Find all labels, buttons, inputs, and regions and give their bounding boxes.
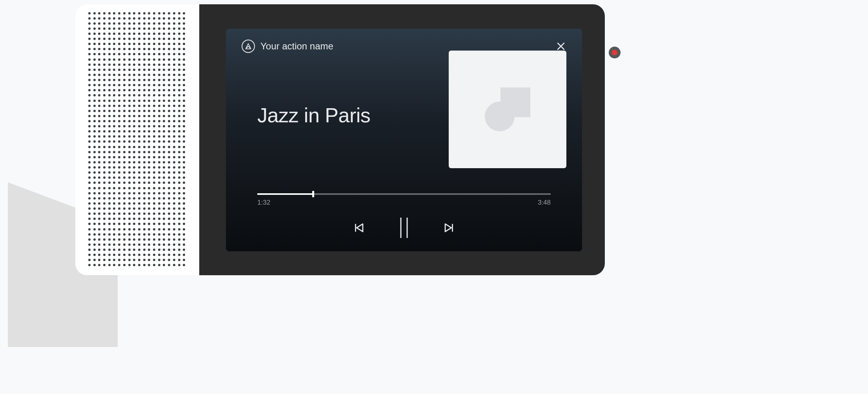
playback-controls xyxy=(242,217,566,239)
seek-fill xyxy=(257,193,313,195)
device-screen: Your action name Jazz in Paris xyxy=(199,4,605,275)
speaker-panel xyxy=(75,4,199,275)
track-title: Jazz in Paris xyxy=(257,103,370,127)
time-row: 1:32 3:48 xyxy=(257,199,551,207)
skip-next-icon xyxy=(442,221,456,234)
app-logo-icon xyxy=(242,40,255,53)
elapsed-time: 1:32 xyxy=(257,199,270,207)
media-player-card: Your action name Jazz in Paris xyxy=(226,29,582,251)
smart-display-device: Your action name Jazz in Paris xyxy=(75,4,605,275)
logo-glyph-icon xyxy=(244,42,252,50)
seek-thumb[interactable] xyxy=(312,191,314,197)
pause-icon xyxy=(396,217,412,239)
progress-section: 1:32 3:48 xyxy=(242,193,566,207)
pause-button[interactable] xyxy=(396,217,412,239)
media-content: Jazz in Paris xyxy=(242,45,566,185)
album-art-placeholder xyxy=(449,51,566,168)
record-indicator-icon xyxy=(612,50,617,55)
next-button[interactable] xyxy=(442,221,456,234)
duration-time: 3:48 xyxy=(538,199,551,207)
previous-button[interactable] xyxy=(352,221,366,234)
skip-previous-icon xyxy=(352,221,366,234)
seek-bar[interactable] xyxy=(257,193,551,195)
image-placeholder-icon xyxy=(485,87,530,131)
speaker-grill xyxy=(88,12,186,268)
